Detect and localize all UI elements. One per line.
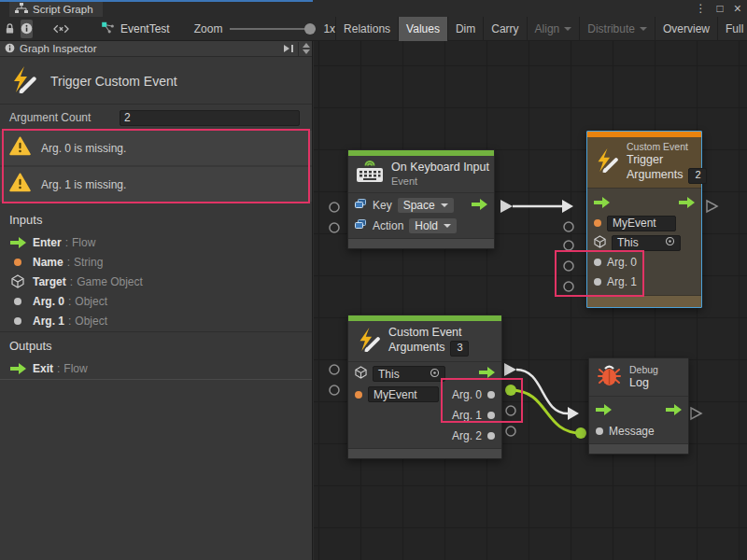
align-button[interactable]: Align: [527, 17, 580, 41]
panel-spinner[interactable]: [298, 42, 310, 56]
relations-button[interactable]: Relations: [335, 17, 398, 41]
warning-triangle-icon: [9, 136, 31, 160]
port-event-flow-out[interactable]: [504, 363, 516, 376]
output-port-row-exit: Exit : Flow: [0, 358, 312, 378]
graph-name-label: EventTest: [120, 22, 170, 35]
port-keyboard-flow-out[interactable]: [500, 200, 513, 213]
window-maximize-icon[interactable]: □: [717, 0, 724, 17]
port-event-name-external[interactable]: [330, 385, 339, 395]
input-port-row-arg1: Arg. 1 : Object: [0, 311, 312, 330]
zoom-slider-handle[interactable]: [304, 23, 316, 35]
flow-arrow-icon: [9, 237, 26, 248]
port-event-arg1-external[interactable]: [506, 406, 515, 415]
port-log-flow-out-external[interactable]: [691, 408, 701, 419]
full-screen-button[interactable]: Full Screen: [717, 17, 747, 41]
divider: [0, 331, 312, 332]
arg1-row: Arg. 1: [587, 273, 701, 292]
object-picker-icon[interactable]: [430, 368, 440, 381]
arg2-label: Arg. 2: [452, 429, 482, 442]
spinner-down-icon[interactable]: [303, 49, 310, 54]
node-custom-event[interactable]: Custom Event Arguments3 This MyEvent Arg: [347, 315, 502, 459]
bug-icon: [597, 363, 622, 391]
object-picker-icon[interactable]: [665, 236, 675, 249]
toolbar-buttons: Relations Values Dim Carry Align Distrib…: [335, 17, 747, 41]
port-event-target-external[interactable]: [330, 365, 339, 374]
port-trigger-arg0-external[interactable]: [564, 261, 573, 271]
selected-unit-header: Trigger Custom Event: [0, 58, 312, 104]
port-trigger-target-external[interactable]: [564, 241, 573, 250]
argument-count-label: Argument Count: [9, 111, 91, 124]
inputs-section-label: Inputs: [9, 213, 42, 227]
dim-button[interactable]: Dim: [447, 17, 483, 41]
tab-script-graph[interactable]: Script Graph: [9, 2, 103, 17]
action-dropdown[interactable]: Hold: [409, 218, 457, 233]
argument-count-field[interactable]: 3: [450, 341, 469, 357]
input-binding-icon: [355, 199, 367, 212]
port-trigger-flow-out-external[interactable]: [707, 201, 717, 212]
arg1-row: Arg. 1: [348, 405, 501, 426]
lightning-pencil-icon: [356, 327, 381, 356]
code-preview-button[interactable]: [53, 20, 69, 38]
target-field[interactable]: This: [373, 366, 445, 382]
flow-out-arrow-icon[interactable]: [479, 367, 495, 381]
input-port-row-enter: Enter : Flow: [0, 232, 312, 252]
cube-icon[interactable]: [594, 235, 606, 251]
port-trigger-arg1-external[interactable]: [564, 282, 573, 291]
string-port-icon[interactable]: [355, 391, 362, 399]
graph-canvas[interactable]: On Keyboard Input Event Key Space Action…: [314, 41, 747, 560]
graph-reference[interactable]: EventTest: [101, 21, 170, 37]
script-graph-window: Script Graph ⋮ □ × EventTest Zoom: [0, 0, 747, 560]
object-port-icon[interactable]: [594, 259, 601, 266]
flow-out-arrow-icon[interactable]: [679, 197, 695, 211]
node-footer: [348, 448, 501, 458]
port-event-arg0-external-connected[interactable]: [505, 385, 516, 396]
window-close-icon[interactable]: ×: [734, 0, 741, 17]
event-name-field[interactable]: MyEvent: [607, 216, 676, 231]
node-footer: [589, 443, 688, 454]
argument-count-input[interactable]: 2: [120, 110, 300, 126]
zoom-label: Zoom: [194, 22, 223, 35]
flow-in-arrow-icon[interactable]: [596, 404, 612, 418]
chevron-down-icon: [444, 224, 451, 228]
object-port-icon[interactable]: [487, 391, 495, 399]
port-event-arg2-external[interactable]: [506, 427, 515, 436]
object-port-icon[interactable]: [487, 412, 495, 419]
inspector-toggle-button[interactable]: [21, 20, 33, 38]
target-field[interactable]: This: [612, 235, 681, 251]
cube-icon: [9, 274, 26, 288]
event-name-field[interactable]: MyEvent: [368, 386, 439, 402]
key-label: Key: [373, 199, 392, 212]
distribute-button[interactable]: Distribute: [579, 17, 655, 41]
lightning-pencil-icon: [594, 147, 619, 176]
values-button[interactable]: Values: [398, 17, 447, 41]
node-debug-log[interactable]: Debug Log Message: [588, 357, 689, 455]
object-port-icon[interactable]: [596, 427, 603, 435]
port-log-message-external-connected[interactable]: [575, 427, 586, 439]
spinner-up-icon[interactable]: [303, 43, 310, 48]
flow-out-arrow-icon[interactable]: [472, 199, 487, 213]
flow-in-arrow-icon[interactable]: [594, 197, 610, 211]
string-port-icon[interactable]: [594, 219, 601, 227]
arg0-row: Arg. 0: [587, 253, 701, 273]
carry-button[interactable]: Carry: [483, 17, 526, 41]
overview-button[interactable]: Overview: [655, 17, 717, 41]
window-menu-icon[interactable]: ⋮: [696, 0, 707, 17]
flow-row: [589, 400, 688, 421]
node-trigger-custom-event[interactable]: Custom Event Trigger Arguments2 MyEvent: [586, 131, 702, 308]
flow-row: [587, 194, 701, 214]
object-port-icon[interactable]: [487, 432, 495, 440]
lock-button[interactable]: [5, 20, 15, 38]
port-trigger-name-external[interactable]: [564, 222, 573, 231]
port-keyboard-action-external[interactable]: [330, 223, 339, 232]
port-keyboard-key-external[interactable]: [330, 203, 339, 212]
dock-panel-icon[interactable]: [283, 40, 294, 57]
node-on-keyboard-input[interactable]: On Keyboard Input Event Key Space Action…: [347, 149, 495, 249]
argument-count-field[interactable]: 2: [688, 168, 707, 184]
key-dropdown[interactable]: Space: [398, 198, 454, 213]
unit-title: Trigger Custom Event: [50, 74, 177, 89]
object-port-icon[interactable]: [594, 278, 601, 286]
warning-triangle-icon: [9, 173, 31, 196]
flow-out-arrow-icon[interactable]: [666, 404, 682, 418]
zoom-slider[interactable]: [230, 28, 316, 30]
cube-icon[interactable]: [355, 366, 367, 382]
